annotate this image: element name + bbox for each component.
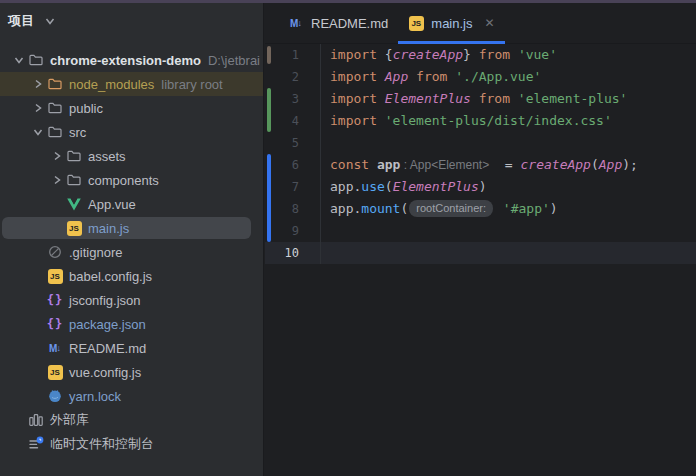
excluded-folder-icon — [47, 76, 63, 92]
vcs-change-marker[interactable] — [267, 110, 271, 132]
tree-expand-toggle[interactable] — [48, 148, 66, 164]
tree-item-label: public — [69, 101, 103, 116]
line-number[interactable]: 2 — [265, 66, 320, 88]
tree-item-label: components — [88, 173, 159, 188]
tree-item-public[interactable]: public — [0, 96, 263, 120]
code-editor[interactable]: 1import {createApp} from 'vue'2import Ap… — [265, 44, 696, 264]
tree-expand-toggle[interactable] — [29, 124, 47, 140]
code-line-text[interactable]: app.use(ElementPlus) — [320, 176, 696, 198]
tree-expand-toggle[interactable] — [10, 52, 28, 68]
vcs-change-marker[interactable] — [267, 154, 271, 176]
tree-item-yarn-lock[interactable]: yarn.lock — [0, 384, 263, 408]
tab-main-js[interactable]: JSmain.js✕ — [398, 3, 504, 43]
code-token: createApp — [393, 47, 463, 62]
tree-item-node-modules[interactable]: node_moduleslibrary root — [0, 72, 263, 96]
yarn-lock-icon — [47, 388, 63, 404]
editor-tab-bar: M↓README.mdJSmain.js✕ — [265, 3, 696, 44]
project-panel-header[interactable]: 项目 — [0, 3, 263, 48]
code-line-9[interactable]: 9 — [265, 220, 696, 242]
line-number[interactable]: 10 — [265, 242, 320, 264]
code-line-8[interactable]: 8app.mount(rootContainer: '#app') — [265, 198, 696, 220]
tree-item-app-vue[interactable]: App.vue — [0, 192, 263, 216]
tree-item-label: src — [69, 125, 86, 140]
tree-item-babel-config-js[interactable]: JSbabel.config.js — [0, 264, 263, 288]
tree-item-iconbox — [28, 52, 44, 68]
code-line-5[interactable]: 5 — [265, 132, 696, 154]
tree-item-label: 临时文件和控制台 — [50, 435, 154, 453]
tree-item-assets[interactable]: assets — [0, 144, 263, 168]
line-number[interactable]: 9 — [265, 220, 320, 242]
code-line-text[interactable] — [320, 242, 696, 264]
code-token: 'element-plus/dist/index.css' — [385, 113, 612, 128]
line-number[interactable]: 1 — [265, 44, 320, 66]
project-panel-title[interactable]: 项目 — [8, 12, 35, 30]
code-line-text[interactable] — [320, 132, 696, 154]
vcs-change-marker[interactable] — [267, 88, 271, 110]
chevron-down-icon — [30, 124, 46, 140]
tree-item-src[interactable]: src — [0, 120, 263, 144]
line-number[interactable]: 4 — [265, 110, 320, 132]
tree-expand-toggle[interactable] — [48, 172, 66, 188]
code-token: mount — [361, 201, 400, 216]
code-token: import — [330, 91, 377, 106]
vcs-change-marker[interactable] — [267, 176, 271, 198]
code-line-4[interactable]: 4import 'element-plus/dist/index.css' — [265, 110, 696, 132]
tree-item-components[interactable]: components — [0, 168, 263, 192]
line-number[interactable]: 6 — [265, 154, 320, 176]
tree-item-iconbox: JS — [47, 364, 63, 380]
vcs-change-marker[interactable] — [267, 198, 271, 220]
editor-area: M↓README.mdJSmain.js✕ 1import {createApp… — [265, 3, 696, 476]
chevron-down-icon[interactable] — [42, 13, 58, 29]
code-token: App — [385, 69, 408, 84]
tree-indent-spacer — [48, 196, 66, 212]
code-line-text[interactable]: const app : App<Element> = createApp(App… — [320, 154, 696, 176]
tree-item-readme-md[interactable]: M↓README.md — [0, 336, 263, 360]
tree-item-jsconfig-json[interactable]: {}jsconfig.json — [0, 288, 263, 312]
json-file-icon: {} — [47, 292, 63, 308]
code-token — [369, 157, 377, 172]
code-line-10[interactable]: 10 — [265, 242, 696, 264]
code-line-6[interactable]: 6const app : App<Element> = createApp(Ap… — [265, 154, 696, 176]
tab-readme-md[interactable]: M↓README.md — [278, 3, 398, 43]
tree-item-chrome-extension-demo[interactable]: chrome-extension-demoD:\jetbrai — [0, 48, 263, 72]
code-line-text[interactable]: import ElementPlus from 'element-plus' — [320, 88, 696, 110]
tree-item-临时文件和控制台[interactable]: 临时文件和控制台 — [0, 432, 263, 456]
tree-expand-toggle[interactable] — [29, 76, 47, 92]
tree-item-iconbox — [28, 412, 44, 428]
tree-item-gitignore[interactable]: .gitignore — [0, 240, 263, 264]
code-line-3[interactable]: 3import ElementPlus from 'element-plus' — [265, 88, 696, 110]
code-line-text[interactable] — [320, 220, 696, 242]
tree-item-package-json[interactable]: {}package.json — [0, 312, 263, 336]
code-line-text[interactable]: import 'element-plus/dist/index.css' — [320, 110, 696, 132]
code-line-text[interactable]: import {createApp} from 'vue' — [320, 44, 696, 66]
code-line-1[interactable]: 1import {createApp} from 'vue' — [265, 44, 696, 66]
line-number[interactable]: 3 — [265, 88, 320, 110]
code-token: ElementPlus — [393, 179, 479, 194]
tree-expand-toggle[interactable] — [29, 100, 47, 116]
line-number[interactable]: 5 — [265, 132, 320, 154]
code-line-7[interactable]: 7app.use(ElementPlus) — [265, 176, 696, 198]
tree-item-外部库[interactable]: 外部库 — [0, 408, 263, 432]
tree-item-label: babel.config.js — [69, 269, 152, 284]
code-token: import — [330, 69, 377, 84]
tab-label: README.md — [311, 16, 388, 31]
tree-indent-spacer — [29, 292, 47, 308]
tree-indent-spacer — [29, 364, 47, 380]
tree-item-label: node_modules — [69, 77, 154, 92]
tree-item-main-js[interactable]: JSmain.js — [0, 216, 263, 240]
code-line-text[interactable]: app.mount(rootContainer: '#app') — [320, 198, 696, 220]
json-file-icon: {} — [47, 316, 63, 332]
tree-item-vue-config-js[interactable]: JSvue.config.js — [0, 360, 263, 384]
tab-close-icon[interactable]: ✕ — [484, 17, 494, 29]
code-line-text[interactable]: import App from './App.vue' — [320, 66, 696, 88]
chevron-down-icon — [42, 13, 58, 29]
code-token: from — [479, 91, 510, 106]
vcs-change-marker[interactable] — [267, 220, 271, 242]
code-token — [377, 91, 385, 106]
vcs-change-marker[interactable] — [267, 46, 271, 64]
code-line-2[interactable]: 2import App from './App.vue' — [265, 66, 696, 88]
external-libraries-icon — [28, 412, 44, 428]
line-number[interactable]: 7 — [265, 176, 320, 198]
line-number[interactable]: 8 — [265, 198, 320, 220]
tree-item-label: package.json — [69, 317, 146, 332]
